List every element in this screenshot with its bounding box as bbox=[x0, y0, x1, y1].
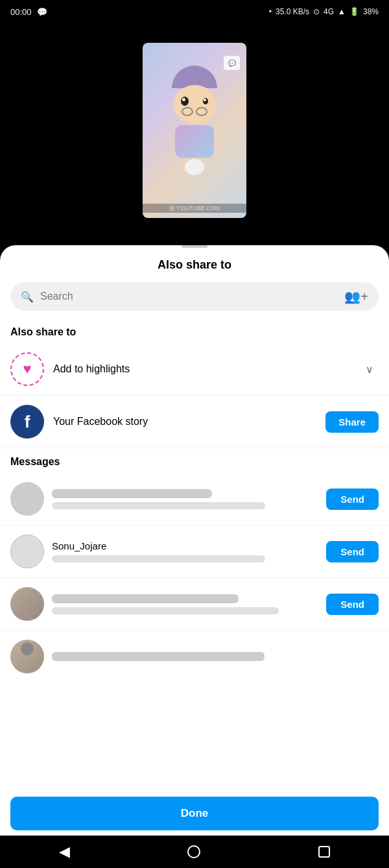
name-bar-blurred bbox=[52, 594, 239, 603]
yt-watermark: @ YOUTUBE.COM bbox=[143, 204, 246, 213]
send-button-2[interactable]: Send bbox=[326, 541, 379, 562]
facebook-icon: f bbox=[10, 405, 44, 439]
cartoon-figure bbox=[156, 66, 233, 195]
avatar bbox=[10, 535, 44, 568]
video-area: 💬 bbox=[0, 23, 389, 237]
status-bar: 00:00 💬 • 35.0 KB/s ⊙ 4G ▲ 🔋 38% bbox=[0, 0, 389, 23]
message-item: Sonu_Jojare Send bbox=[0, 528, 389, 575]
send-button-3[interactable]: Send bbox=[326, 594, 379, 615]
divider-3 bbox=[0, 525, 389, 525]
message-item bbox=[0, 633, 389, 680]
name-block bbox=[52, 594, 318, 614]
sub-bar-blurred bbox=[52, 502, 265, 509]
messages-label: Messages bbox=[0, 451, 389, 476]
search-input[interactable] bbox=[40, 291, 338, 302]
home-icon bbox=[187, 845, 200, 858]
search-bar[interactable]: 🔍 👥+ bbox=[10, 282, 379, 311]
signal-icon: ▲ bbox=[338, 7, 346, 16]
whatsapp-icon: 💬 bbox=[37, 7, 47, 17]
status-dot: • bbox=[269, 7, 272, 16]
nav-bar: ◀ bbox=[0, 836, 389, 868]
send-button-1[interactable]: Send bbox=[326, 488, 379, 510]
message-item: Send bbox=[0, 581, 389, 627]
network-icon: 4G bbox=[324, 7, 334, 16]
drag-handle[interactable] bbox=[182, 245, 207, 248]
heart-icon: ♥ bbox=[23, 361, 31, 378]
bottom-sheet: Also share to 🔍 👥+ Also share to ♥ Add t… bbox=[0, 245, 389, 829]
wifi-icon: ⊙ bbox=[313, 7, 320, 16]
facebook-story-label: Your Facebook story bbox=[53, 416, 316, 428]
sub-bar-blurred bbox=[52, 607, 279, 614]
chevron-down-icon: ∨ bbox=[366, 363, 373, 376]
avatar bbox=[10, 587, 44, 621]
recents-button[interactable] bbox=[318, 846, 330, 858]
avatar bbox=[10, 640, 44, 673]
name-block: Sonu_Jojare bbox=[52, 540, 318, 562]
avatar bbox=[10, 482, 44, 516]
facebook-share-button[interactable]: Share bbox=[325, 411, 379, 433]
search-icon: 🔍 bbox=[21, 291, 34, 303]
back-icon: ◀ bbox=[59, 843, 70, 860]
highlights-label: Add to highlights bbox=[53, 363, 357, 375]
name-bar-blurred bbox=[52, 489, 212, 498]
also-share-to-label: Also share to bbox=[0, 321, 389, 346]
sheet-title: Also share to bbox=[0, 253, 389, 282]
video-thumbnail: 💬 bbox=[143, 43, 246, 218]
facebook-story-option: f Your Facebook story Share bbox=[0, 398, 389, 445]
divider-5 bbox=[0, 630, 389, 631]
add-highlights-option[interactable]: ♥ Add to highlights ∨ bbox=[0, 346, 389, 392]
name-block bbox=[52, 652, 379, 661]
sub-bar bbox=[52, 555, 265, 562]
divider-4 bbox=[0, 577, 389, 578]
done-button[interactable]: Done bbox=[10, 797, 379, 830]
contact-name: Sonu_Jojare bbox=[52, 540, 318, 551]
name-bar-blurred bbox=[52, 652, 265, 661]
status-speed: 35.0 KB/s bbox=[276, 7, 309, 16]
add-people-icon[interactable]: 👥+ bbox=[344, 289, 368, 304]
divider-2 bbox=[0, 448, 389, 448]
status-time: 00:00 bbox=[10, 7, 32, 17]
back-button[interactable]: ◀ bbox=[59, 843, 70, 860]
divider-1 bbox=[0, 395, 389, 396]
home-button[interactable] bbox=[187, 845, 200, 858]
highlights-icon: ♥ bbox=[10, 352, 44, 386]
recents-icon bbox=[318, 846, 330, 858]
battery-percent: 38% bbox=[363, 7, 379, 16]
name-block bbox=[52, 489, 318, 509]
message-item: Send bbox=[0, 476, 389, 522]
done-button-wrap: Done bbox=[0, 791, 389, 836]
battery-icon: 🔋 bbox=[349, 7, 359, 16]
